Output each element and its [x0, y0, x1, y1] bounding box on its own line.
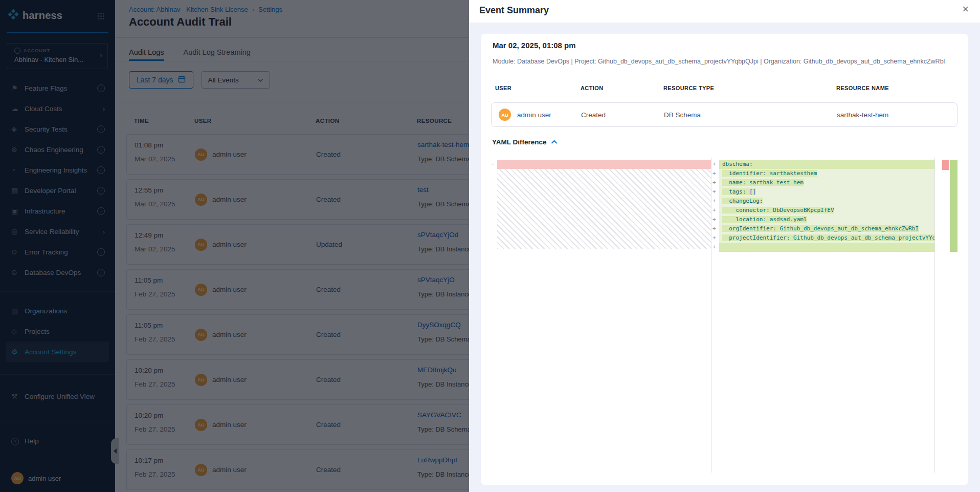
yaml-key: dbschema: — [722, 161, 753, 167]
yaml-key: location: — [736, 216, 767, 223]
diff-minimap-removed — [942, 160, 949, 170]
detail-user: admin user — [517, 111, 551, 119]
diff-removed-gutter: − — [491, 160, 497, 169]
yaml-value: sarthaktesthem — [770, 170, 817, 177]
event-detail-row: AU admin user Created DB Schema sarthak-… — [491, 102, 957, 127]
diff-line: tags: [] — [719, 187, 934, 197]
yaml-difference-toggle[interactable]: YAML Difference — [492, 138, 558, 146]
event-timestamp: Mar 02, 2025, 01:08 pm — [493, 41, 576, 50]
yaml-key: identifier: — [729, 170, 766, 177]
chevron-up-icon — [551, 138, 558, 146]
yaml-value: asdsad.yaml — [770, 216, 807, 223]
diff-line-highlight: identifier: sarthaktesthem — [722, 170, 817, 177]
yaml-value: Github_db_devops_aut_db_schema_ehnkcZwRb… — [780, 225, 919, 232]
diff-line: name: sarthak-test-hem — [719, 178, 934, 187]
diff-line-highlight: changeLog: — [722, 198, 763, 204]
drawer-header: Event Summary × — [469, 0, 980, 23]
yaml-key: changeLog: — [729, 198, 763, 204]
diff-plus-marker: + — [712, 215, 719, 224]
diff-line-highlight: tags: [] — [722, 188, 756, 195]
yaml-difference-label: YAML Difference — [492, 138, 547, 146]
diff-line — [719, 243, 934, 252]
diff-line-highlight: name: sarthak-test-hem — [722, 179, 804, 186]
diff-code: dbschema: identifier: sarthaktesthem nam… — [719, 160, 934, 252]
diff-deleted-chunk — [497, 160, 711, 169]
diff-empty-hatch — [497, 169, 711, 249]
diff-minimap-added[interactable] — [950, 160, 957, 252]
diff-line: orgIdentifier: Github_db_devops_aut_db_s… — [719, 224, 934, 233]
detail-header-user: USER — [495, 85, 511, 91]
diff-line: dbschema: — [719, 160, 934, 169]
detail-resource-type: DB Schema — [664, 103, 701, 126]
diff-pane-new: dbschema: identifier: sarthaktesthem nam… — [719, 158, 935, 473]
diff-line-highlight: connector: DbDevopsoBKpcpIfEV — [722, 207, 834, 213]
diff-line: location: asdsad.yaml — [719, 215, 934, 224]
diff-line: identifier: sarthaktesthem — [719, 169, 934, 178]
user-avatar: AU — [499, 109, 511, 121]
diff-plus-marker: + — [712, 178, 719, 187]
diff-plus-marker: + — [712, 233, 719, 243]
detail-header-resource-type: RESOURCE TYPE — [663, 85, 714, 91]
diff-plus-marker: + — [712, 206, 719, 215]
yaml-key: projectIdentifier: — [729, 234, 790, 241]
diff-plus-marker: + — [712, 187, 719, 197]
detail-action: Created — [581, 103, 606, 126]
diff-added-gutter: ++++++++++ — [712, 160, 719, 252]
diff-plus-marker: + — [712, 160, 719, 169]
diff-line-highlight: projectIdentifier: Github_db_devops_aut_… — [722, 234, 934, 241]
diff-line-highlight: orgIdentifier: Github_db_devops_aut_db_s… — [722, 225, 919, 232]
yaml-value: [] — [749, 188, 756, 195]
drawer-title: Event Summary — [479, 5, 549, 16]
yaml-value: sarthak-test-hem — [749, 179, 804, 186]
diff-line: changeLog: — [719, 197, 934, 206]
modal-scrim[interactable] — [0, 0, 469, 492]
diff-pane-old — [497, 158, 711, 473]
diff-line: connector: DbDevopsoBKpcpIfEV — [719, 206, 934, 215]
detail-header-resource-name: RESOURCE NAME — [836, 85, 889, 91]
yaml-key: name: — [729, 179, 746, 186]
app-window: harness ACCOUNT Abhinav - Kitchen Sin...… — [0, 0, 980, 492]
diff-line: projectIdentifier: Github_db_devops_aut_… — [719, 233, 934, 243]
diff-line-highlight: location: asdsad.yaml — [722, 216, 807, 223]
close-icon[interactable]: × — [962, 4, 969, 15]
diff-plus-marker: + — [712, 169, 719, 178]
yaml-key: tags: — [729, 188, 746, 195]
diff-plus-marker: + — [712, 224, 719, 233]
detail-resource-name: sarthak-test-hem — [837, 103, 888, 126]
yaml-key: connector: — [736, 207, 770, 213]
event-card: Mar 02, 2025, 01:08 pm Module: Database … — [481, 34, 968, 485]
yaml-value: Github_db_devops_aut_db_schema_projectvY… — [793, 234, 934, 241]
detail-header-action: ACTION — [581, 85, 604, 91]
event-meta: Module: Database DevOps | Project: Githu… — [493, 58, 945, 65]
yaml-value: DbDevopsoBKpcpIfEV — [773, 207, 834, 213]
diff-plus-marker: + — [712, 197, 719, 206]
yaml-diff-viewer: − ++++++++++ dbschema: identifier: sarth… — [491, 158, 957, 473]
yaml-key: orgIdentifier: — [729, 225, 776, 232]
diff-plus-marker: + — [712, 243, 719, 252]
event-summary-drawer: Event Summary × Mar 02, 2025, 01:08 pm M… — [469, 0, 980, 492]
